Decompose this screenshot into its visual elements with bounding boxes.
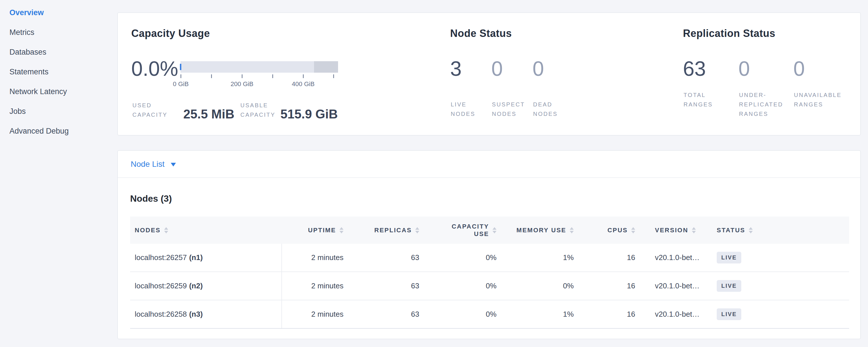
column-header-memory-use[interactable]: MEMORY USE (500, 217, 577, 244)
capacity-bar-axis-labels: 0 GiB 200 GiB 400 GiB (181, 81, 338, 88)
status-cell: LIVE (710, 244, 849, 272)
capacity-use-cell: 0% (423, 301, 500, 328)
capacity-bar-used-indicator (180, 64, 181, 70)
status-badge: LIVE (717, 308, 741, 320)
table-row-node-3[interactable]: localhost:26258(n3) 2 minutes 63 0% 1% 1… (130, 301, 849, 329)
suspect-nodes-count: 0 (491, 57, 532, 80)
capacity-bar-track (181, 61, 338, 73)
memory-use-cell: 1% (500, 301, 577, 328)
cpus-cell: 16 (577, 301, 638, 328)
total-ranges-label: TOTAL RANGES (684, 90, 721, 109)
axis-label-0gib: 0 GiB (173, 81, 189, 88)
capacity-usage-section: Capacity Usage 0.0% (131, 27, 446, 135)
live-nodes-label: LIVE NODES (451, 100, 485, 119)
node-address-cell: localhost:26259(n2) (130, 272, 282, 300)
status-badge: LIVE (717, 280, 741, 292)
capacity-bar-chart: 0 GiB 200 GiB 400 GiB (181, 61, 338, 88)
node-status-section: Node Status 3 0 0 LIVE NODES SUSPECT NOD… (450, 27, 679, 135)
replicas-cell: 63 (347, 301, 423, 328)
sidebar-item-databases[interactable]: Databases (0, 42, 115, 62)
column-header-replicas[interactable]: REPLICAS (347, 217, 423, 244)
table-row-node-1[interactable]: localhost:26257(n1) 2 minutes 63 0% 1% 1… (130, 244, 849, 272)
under-replicated-ranges-label: UNDER-REPLICATED RANGES (739, 90, 794, 119)
node-address-cell: localhost:26257(n1) (130, 244, 282, 272)
version-cell: v20.1.0-bet… (638, 272, 710, 300)
dead-nodes-label: DEAD NODES (533, 100, 567, 119)
capacity-summary-row: USED CAPACITY 25.5 MiB USABLE CAPACITY 5… (132, 101, 338, 120)
cpus-cell: 16 (577, 272, 638, 300)
sidebar-item-advanced-debug[interactable]: Advanced Debug (0, 121, 115, 141)
dead-nodes-count: 0 (532, 57, 574, 80)
column-header-uptime[interactable]: UPTIME (282, 217, 347, 244)
capacity-bar-axis (181, 74, 338, 78)
status-cell: LIVE (710, 301, 849, 328)
nodes-heading: Nodes (3) (130, 193, 848, 204)
column-header-capacity-use[interactable]: CAPACITY USE (423, 217, 500, 244)
column-header-cpus[interactable]: CPUS (577, 217, 638, 244)
sort-icon (570, 227, 574, 233)
uptime-cell: 2 minutes (282, 301, 347, 328)
total-ranges-count: 63 (683, 57, 739, 80)
sort-icon (339, 227, 343, 233)
axis-label-200gib: 200 GiB (230, 81, 253, 88)
usable-capacity-value: 515.9 GiB (281, 108, 338, 120)
nodes-table: NODES UPTIME REPLICAS CAPACITY USE (130, 217, 849, 329)
uptime-cell: 2 minutes (282, 272, 347, 300)
sort-icon (692, 227, 696, 233)
version-cell: v20.1.0-bet… (638, 301, 710, 328)
sidebar-item-network-latency[interactable]: Network Latency (0, 82, 115, 101)
capacity-use-cell: 0% (423, 244, 500, 272)
node-address-cell: localhost:26258(n3) (130, 301, 282, 328)
chevron-down-icon (171, 163, 176, 166)
capacity-bar-reserved-segment (314, 61, 338, 73)
cluster-summary-card: Capacity Usage 0.0% (117, 12, 861, 135)
live-nodes-count: 3 (450, 57, 491, 80)
sidebar-item-metrics[interactable]: Metrics (0, 23, 115, 42)
axis-label-400gib: 400 GiB (292, 81, 315, 88)
replicas-cell: 63 (347, 244, 423, 272)
column-header-nodes[interactable]: NODES (130, 217, 282, 244)
column-header-status[interactable]: STATUS (710, 217, 849, 244)
sort-icon (415, 227, 419, 233)
sidebar-item-overview[interactable]: Overview (0, 3, 115, 23)
under-replicated-ranges-count: 0 (739, 57, 793, 80)
sidebar-item-statements[interactable]: Statements (0, 62, 115, 82)
suspect-nodes-label: SUSPECT NODES (492, 100, 526, 119)
sidebar: Overview Metrics Databases Statements Ne… (0, 3, 115, 141)
version-cell: v20.1.0-bet… (638, 244, 710, 272)
unavailable-ranges-count: 0 (793, 57, 850, 80)
status-badge: LIVE (717, 252, 741, 263)
memory-use-cell: 0% (500, 272, 577, 300)
cpus-cell: 16 (577, 244, 638, 272)
unavailable-ranges-label: UNAVAILABLE RANGES (794, 90, 851, 109)
sidebar-item-jobs[interactable]: Jobs (0, 101, 115, 121)
node-list-selector-label: Node List (131, 160, 164, 169)
column-header-version[interactable]: VERSION (638, 217, 710, 244)
node-list-selector-bar: Node List (118, 151, 860, 178)
used-capacity-value: 25.5 MiB (183, 108, 235, 120)
replication-status-section: Replication Status 63 0 0 TOTAL RANGES U… (683, 27, 855, 135)
sort-icon (493, 227, 496, 233)
capacity-usage-title: Capacity Usage (131, 27, 446, 40)
sort-icon (631, 227, 635, 233)
capacity-used-percent: 0.0% (131, 57, 178, 88)
node-list-body: Nodes (3) NODES UPTIME REPLICAS (118, 193, 860, 329)
nodes-table-header: NODES UPTIME REPLICAS CAPACITY USE (130, 217, 849, 244)
replication-status-title: Replication Status (683, 27, 855, 40)
sort-icon (164, 227, 168, 233)
used-capacity-label: USED CAPACITY (132, 101, 171, 120)
memory-use-cell: 1% (500, 244, 577, 272)
uptime-cell: 2 minutes (282, 244, 347, 272)
node-list-selector[interactable]: Node List (131, 160, 176, 169)
table-row-node-2[interactable]: localhost:26259(n2) 2 minutes 63 0% 0% 1… (130, 272, 849, 301)
capacity-use-cell: 0% (423, 272, 500, 300)
usable-capacity-label: USABLE CAPACITY (241, 101, 279, 120)
status-cell: LIVE (710, 272, 849, 300)
node-status-title: Node Status (450, 27, 679, 40)
replicas-cell: 63 (347, 272, 423, 300)
sort-icon (749, 227, 753, 233)
node-list-card: Node List Nodes (3) NODES UPTIME (117, 150, 861, 339)
cluster-overview-page: Overview Metrics Databases Statements Ne… (0, 0, 868, 347)
